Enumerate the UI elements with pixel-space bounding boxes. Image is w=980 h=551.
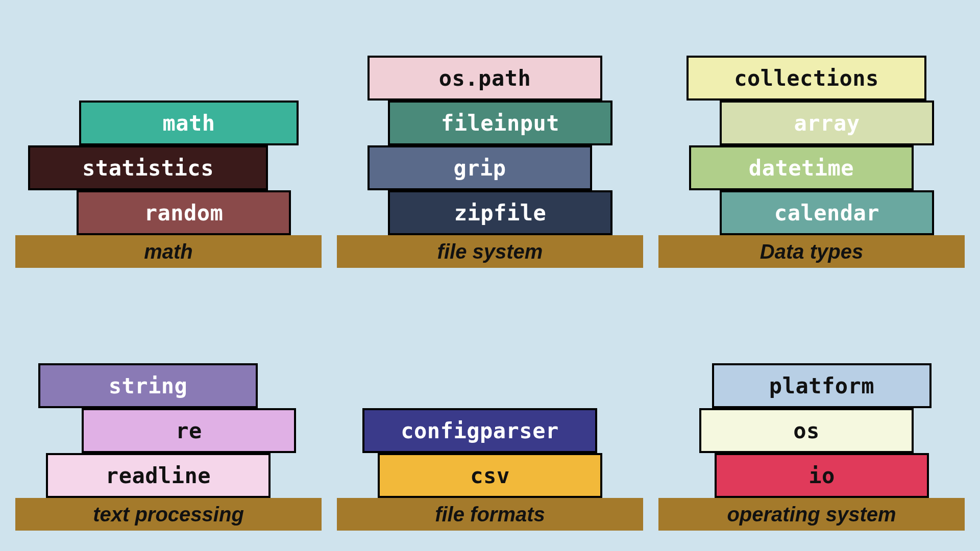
- stack-file-formats: configparser csv file formats: [337, 283, 643, 531]
- stacks-grid: math statistics random math os.path file…: [0, 0, 980, 551]
- stack-math: math statistics random math: [15, 20, 322, 268]
- base-text-processing: text processing: [15, 498, 322, 531]
- book-re: re: [82, 408, 296, 453]
- stack-text-processing: string re readline text processing: [15, 283, 322, 531]
- book-fileinput: fileinput: [388, 101, 612, 145]
- book-platform: platform: [712, 363, 932, 408]
- base-file-system: file system: [337, 235, 643, 268]
- book-calendar: calendar: [720, 190, 934, 235]
- book-string: string: [38, 363, 258, 408]
- book-readline: readline: [46, 453, 271, 498]
- book-csv: csv: [378, 453, 602, 498]
- book-collections: collections: [687, 56, 926, 101]
- book-os: os: [699, 408, 914, 453]
- book-os-path: os.path: [368, 56, 602, 101]
- book-random: random: [77, 190, 291, 235]
- book-zipfile: zipfile: [388, 190, 612, 235]
- book-datetime: datetime: [689, 145, 914, 190]
- base-operating-system: operating system: [658, 498, 965, 531]
- book-array: array: [720, 101, 934, 145]
- base-math: math: [15, 235, 322, 268]
- book-grip: grip: [368, 145, 592, 190]
- book-statistics: statistics: [28, 145, 268, 190]
- book-configparser: configparser: [362, 408, 597, 453]
- stack-file-system: os.path fileinput grip zipfile file syst…: [337, 20, 643, 268]
- book-io: io: [715, 453, 929, 498]
- base-file-formats: file formats: [337, 498, 643, 531]
- base-data-types: Data types: [658, 235, 965, 268]
- stack-operating-system: platform os io operating system: [658, 283, 965, 531]
- book-math: math: [79, 101, 299, 145]
- stack-data-types: collections array datetime calendar Data…: [658, 20, 965, 268]
